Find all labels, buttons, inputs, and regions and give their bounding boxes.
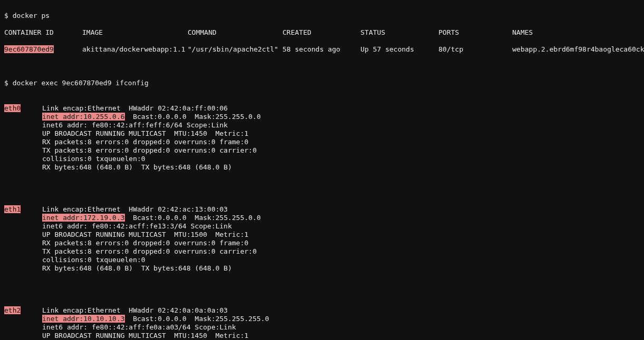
cell-ports: 80/tcp — [438, 45, 512, 54]
col-names: NAMES — [512, 28, 533, 37]
eth1-coll: collisions:0 txqueuelen:0 — [42, 256, 145, 264]
cell-status: Up 57 seconds — [360, 45, 438, 54]
eth2-bcast: Bcast:0.0.0.0 Mask:255.255.255.0 — [125, 315, 269, 323]
eth1-tx: TX packets:8 errors:0 dropped:0 overruns… — [42, 247, 257, 255]
eth0-flags: UP BROADCAST RUNNING MULTICAST MTU:1450 … — [42, 129, 248, 137]
container-id-highlight: 9ec607870ed9 — [4, 45, 54, 53]
cell-created: 58 seconds ago — [282, 45, 360, 54]
blank-line — [4, 180, 640, 188]
col-command: COMMAND — [188, 28, 282, 37]
blank-line — [4, 281, 640, 289]
eth1-inet6: inet6 addr: fe80::42:acff:fe13:3/64 Scop… — [42, 222, 232, 230]
eth1-inet-highlight: inet addr:172.19.0.3 — [42, 214, 125, 222]
iface-name-eth2: eth2 — [4, 306, 21, 314]
col-created: CREATED — [282, 28, 360, 37]
eth0-tx: TX packets:8 errors:0 dropped:0 overruns… — [42, 146, 257, 154]
eth0-link: Link encap:Ethernet HWaddr 02:42:0a:ff:0… — [42, 104, 228, 112]
docker-ps-header: CONTAINER IDIMAGECOMMANDCREATEDSTATUSPOR… — [4, 28, 640, 37]
ifconfig-eth0: eth0Link encap:Ethernet HWaddr 02:42:0a:… — [4, 104, 640, 172]
eth0-inet6: inet6 addr: fe80::42:aff:feff:6/64 Scope… — [42, 121, 228, 129]
eth1-rx: RX packets:8 errors:0 dropped:0 overruns… — [42, 239, 248, 247]
ifconfig-eth1: eth1Link encap:Ethernet HWaddr 02:42:ac:… — [4, 205, 640, 273]
col-status: STATUS — [360, 28, 438, 37]
cell-names: webapp.2.ebrd6mf98r4baogleca60ckjf — [512, 45, 644, 54]
eth0-coll: collisions:0 txqueuelen:0 — [42, 155, 145, 163]
cell-command: "/usr/sbin/apache2ctl" — [188, 45, 282, 54]
eth1-bytes: RX bytes:648 (648.0 B) TX bytes:648 (648… — [42, 264, 232, 272]
eth0-inet-highlight: inet addr:10.255.0.6 — [42, 113, 125, 121]
eth1-flags: UP BROADCAST RUNNING MULTICAST MTU:1500 … — [42, 231, 248, 238]
iface-name-eth0: eth0 — [4, 104, 21, 112]
blank-line — [4, 62, 640, 71]
cell-image: akittana/dockerwebapp:1.1 — [82, 45, 188, 54]
eth2-inet6: inet6 addr: fe80::42:aff:fe0a:a03/64 Sco… — [42, 323, 236, 331]
eth1-link: Link encap:Ethernet HWaddr 02:42:ac:13:0… — [42, 205, 228, 213]
terminal-output[interactable]: $ docker ps CONTAINER IDIMAGECOMMANDCREA… — [0, 0, 644, 340]
iface-name-eth1: eth1 — [4, 205, 21, 213]
docker-ps-row: 9ec607870ed9akittana/dockerwebapp:1.1"/u… — [4, 45, 640, 54]
col-container-id: CONTAINER ID — [4, 28, 82, 37]
col-ports: PORTS — [438, 28, 512, 37]
ifconfig-eth2: eth2Link encap:Ethernet HWaddr 02:42:0a:… — [4, 306, 640, 340]
eth2-link: Link encap:Ethernet HWaddr 02:42:0a:0a:0… — [42, 306, 228, 314]
eth2-inet-highlight: inet addr:10.10.10.3 — [42, 315, 125, 323]
col-image: IMAGE — [82, 28, 188, 37]
eth0-rx: RX packets:8 errors:0 dropped:0 overruns… — [42, 138, 248, 146]
eth0-bcast: Bcast:0.0.0.0 Mask:255.255.0.0 — [125, 113, 261, 121]
eth2-flags: UP BROADCAST RUNNING MULTICAST MTU:1450 … — [42, 332, 248, 339]
shell-prompt-docker-exec: $ docker exec 9ec607870ed9 ifconfig — [4, 79, 640, 87]
eth0-bytes: RX bytes:648 (648.0 B) TX bytes:648 (648… — [42, 163, 232, 171]
shell-prompt-docker-ps: $ docker ps — [4, 12, 640, 20]
eth1-bcast: Bcast:0.0.0.0 Mask:255.255.0.0 — [125, 214, 261, 222]
